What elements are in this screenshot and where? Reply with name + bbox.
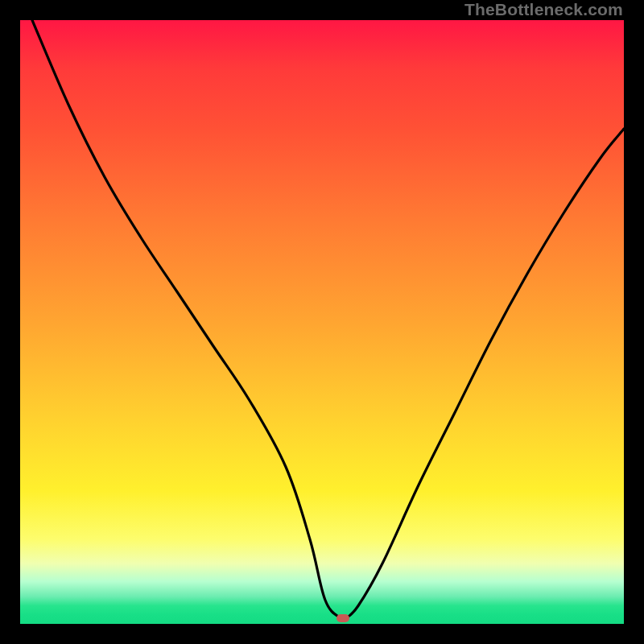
curve-path bbox=[32, 20, 624, 620]
bottleneck-curve bbox=[20, 20, 624, 624]
plot-area bbox=[20, 20, 624, 624]
bottleneck-marker bbox=[336, 614, 349, 622]
watermark-text: TheBottleneck.com bbox=[464, 0, 623, 19]
chart-frame: TheBottleneck.com bbox=[0, 0, 644, 644]
